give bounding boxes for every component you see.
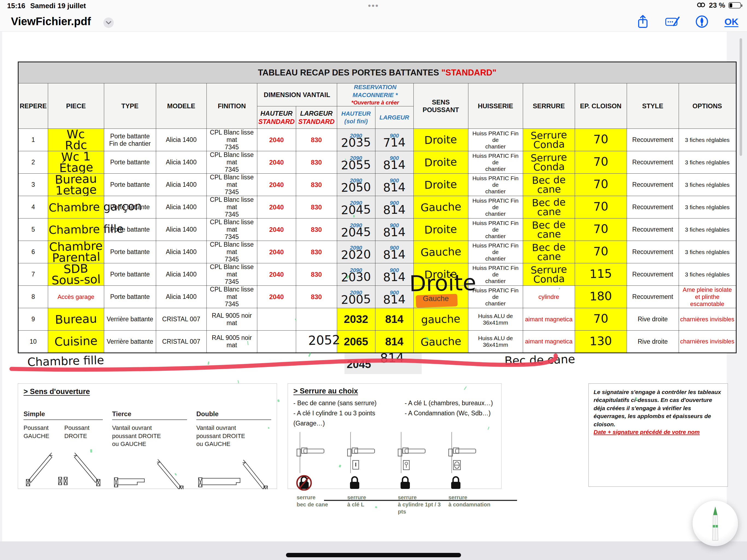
huisserie-value: Huiss PRATIC Fin de chantier xyxy=(472,198,519,217)
cell-largeur-reservation: 900814 xyxy=(375,286,413,308)
options-value: 3 fiches réglables xyxy=(685,182,729,188)
scrollbar[interactable] xyxy=(740,38,742,156)
cell-modele: Alicia 1400 xyxy=(156,263,206,286)
pencil-tool-button[interactable] xyxy=(693,501,738,546)
home-indicator[interactable] xyxy=(286,553,461,557)
cell-ep-cloison: 70 xyxy=(575,129,627,151)
col-style: STYLE xyxy=(627,83,679,129)
largeur-hand-value: 814 xyxy=(385,313,404,325)
cell-style: Recouvrement xyxy=(627,151,679,174)
cell-hauteur-standard: 2040 xyxy=(257,286,296,308)
table-title-text: TABLEAU RECAP DES PORTES BATTANTES xyxy=(258,68,441,77)
ep-value: 70 xyxy=(593,313,609,324)
ep-value: 70 xyxy=(593,224,609,235)
finition-value: RAL 9005 noir mat xyxy=(212,334,252,349)
cell-sens-poussant: gauche xyxy=(413,308,468,331)
col-piece: PIECE xyxy=(48,83,104,129)
modele-value: Alicia 1400 xyxy=(166,248,197,255)
cell-piece: Bureau 1etage xyxy=(48,174,104,196)
cell-options: 3 fiches réglables xyxy=(679,151,736,174)
green-speckle xyxy=(90,449,92,453)
type-value: Porte battante Fin de chantier xyxy=(109,133,151,147)
hauteur-standard-value: 2040 xyxy=(269,203,284,211)
cell-style: Rive droite xyxy=(627,308,679,331)
ok-button[interactable]: OK xyxy=(724,14,739,29)
cell-repere: 10 xyxy=(18,331,48,353)
cell-largeur-standard: 830 xyxy=(296,286,337,308)
cell-piece: Chambre Parental xyxy=(48,241,104,263)
style-value: Recouvrement xyxy=(632,271,673,278)
repere-value: 4 xyxy=(31,203,35,210)
cell-ep-cloison: 70 xyxy=(575,174,627,196)
cell-hauteur-standard: 2040 xyxy=(257,174,296,196)
cell-type: Porte battante xyxy=(104,263,156,286)
cell-hauteur-reservation: 2032 xyxy=(337,308,375,331)
title-menu-button[interactable] xyxy=(103,18,114,28)
options-value: 3 fiches réglables xyxy=(685,249,729,255)
share-button[interactable] xyxy=(636,14,650,29)
cell-modele: Alicia 1400 xyxy=(156,151,206,174)
cell-hauteur-reservation: 20902045 xyxy=(337,196,375,219)
reservation-line2: MACONNERIE * xyxy=(338,91,412,99)
cell-huisserie: Huiss ALU de 36x41mm xyxy=(468,331,523,353)
finition-value: CPL Blanc lisse mat 7345 xyxy=(210,241,254,263)
cell-hauteur-reservation: 20902045 xyxy=(337,219,375,241)
cell-options: charnières invisibles xyxy=(679,308,736,331)
door-handle-icon xyxy=(293,432,329,473)
ok-label: OK xyxy=(725,17,739,27)
ep-value: 70 xyxy=(593,201,609,212)
cell-repere: 8 xyxy=(18,286,48,308)
piece-value: Chambre fille xyxy=(48,224,123,235)
modele-value: Alicia 1400 xyxy=(166,293,197,300)
largeur-hand-value: 714 xyxy=(383,137,406,148)
sol-fini-label: (sol fini) xyxy=(338,118,374,125)
piece-value: Bureau 1etage xyxy=(55,173,97,196)
largeur-standard-value: 830 xyxy=(311,248,322,256)
col-largeur-reservation: LARGEUR xyxy=(375,106,413,129)
style-value: Recouvrement xyxy=(632,181,673,188)
largeur-hand-value: 814 xyxy=(383,182,406,193)
hand-dimension-value: 2052 xyxy=(308,332,340,348)
cell-hauteur-standard: 2040 xyxy=(257,241,296,263)
cell-hauteur-reservation: 20902050 xyxy=(337,174,375,196)
serrure-items: serrure bec de caneserrure à clé Lserrur… xyxy=(293,432,496,515)
cell-piece: Bureau xyxy=(48,308,104,331)
table-title: TABLEAU RECAP DES PORTES BATTANTES "STAN… xyxy=(18,62,736,83)
cell-repere: 9 xyxy=(18,308,48,331)
repere-value: 7 xyxy=(31,271,35,278)
cell-ep-cloison: 70 xyxy=(575,241,627,263)
col-finition: FINITION xyxy=(206,83,257,129)
cell-largeur-reservation: 900814 xyxy=(375,174,413,196)
cell-finition: RAL 9005 noir mat xyxy=(206,308,257,331)
cell-style: Recouvrement xyxy=(627,196,679,219)
modele-value: CRISTAL 007 xyxy=(162,315,200,323)
sens-value: Droite xyxy=(424,133,457,147)
annotate-pen-circle-button[interactable] xyxy=(695,14,709,29)
largeur-standard-value: 830 xyxy=(311,271,322,278)
pencil-icon xyxy=(709,505,721,541)
cell-modele: CRISTAL 007 xyxy=(156,308,206,331)
col-huisserie: HUISSERIE xyxy=(468,83,523,129)
cell-huisserie: Huiss PRATIC Fin de chantier xyxy=(468,151,523,174)
style-value: Recouvrement xyxy=(632,203,673,210)
door-diagram-tierce xyxy=(112,448,186,489)
multitasking-dots-icon[interactable]: ••• xyxy=(368,1,379,10)
cell-ep-cloison: 180 xyxy=(575,286,627,308)
finition-value: CPL Blanc lisse mat 7345 xyxy=(210,174,254,196)
cell-largeur-standard: 2052 xyxy=(296,331,337,353)
cell-serrure: Serrure Conda xyxy=(523,151,575,174)
cell-type: Porte battante xyxy=(104,241,156,263)
cell-repere: 3 xyxy=(18,174,48,196)
sens-overlay-value: Droite xyxy=(409,270,476,297)
options-value: Ame pleine isolate et plinthe escamotabl… xyxy=(683,286,732,307)
markup-button[interactable] xyxy=(665,14,680,29)
status-time-date: 15:16Samedi 19 juillet xyxy=(7,2,86,10)
serrure-item-label: serrure bec de cane xyxy=(297,494,344,508)
cell-largeur-standard: 830 xyxy=(296,263,337,286)
cell-style: Rive droite xyxy=(627,331,679,353)
cell-serrure: aimant magnetica xyxy=(523,308,575,331)
label-vantail-double: Vantail ouvrant poussant DROITE ou GAUCH… xyxy=(196,424,245,448)
padlock-icon xyxy=(445,474,496,492)
piece-value: Accès garage xyxy=(57,294,94,300)
hauteur-sol-label: HAUTEUR xyxy=(338,110,374,118)
